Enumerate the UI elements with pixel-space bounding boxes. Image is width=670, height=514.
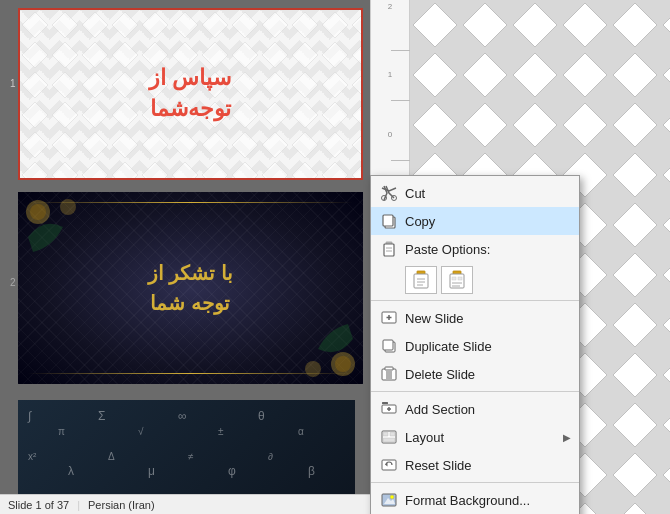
context-menu: Cut Copy Paste Options:	[370, 175, 580, 514]
ruler-tick-3	[391, 160, 410, 161]
svg-text:Δ: Δ	[108, 451, 115, 462]
menu-item-new-slide[interactable]: New Slide	[371, 304, 579, 332]
paste-options-label: Paste Options:	[405, 242, 571, 257]
duplicate-slide-icon	[379, 336, 399, 356]
menu-item-paste-options: Paste Options:	[371, 235, 579, 263]
svg-rect-42	[458, 277, 462, 280]
add-section-icon	[379, 399, 399, 419]
format-background-icon	[379, 490, 399, 510]
svg-point-67	[390, 495, 394, 499]
svg-text:φ: φ	[228, 464, 236, 478]
paste-icon-keep-formatting[interactable]	[405, 266, 437, 294]
menu-item-copy[interactable]: Copy	[371, 207, 579, 235]
slide-thumbnail-1[interactable]: سپاس از توجه‌شما	[18, 8, 363, 180]
svg-text:√: √	[138, 426, 144, 437]
svg-text:x²: x²	[28, 451, 37, 462]
svg-point-4	[60, 199, 76, 215]
svg-rect-31	[384, 244, 394, 256]
svg-text:Σ: Σ	[98, 409, 105, 423]
language-indicator: Persian (Iran)	[88, 499, 155, 511]
svg-rect-62	[390, 432, 395, 436]
svg-point-7	[305, 361, 321, 377]
slide-number-2: 2	[10, 277, 16, 288]
slide-thumbnail-3[interactable]: ∫ π Σ √ ∞ ± θ α x² λ Δ μ ≠ φ ∂ β	[18, 400, 355, 505]
cut-label: Cut	[405, 186, 571, 201]
svg-text:μ: μ	[148, 464, 155, 478]
ruler-tick	[391, 50, 410, 51]
svg-rect-51	[385, 367, 393, 370]
rose-top-left	[23, 197, 83, 257]
svg-text:β: β	[308, 464, 315, 478]
svg-point-3	[30, 204, 46, 220]
svg-text:≠: ≠	[188, 451, 194, 462]
slide1-text: سپاس از توجه‌شما	[149, 63, 231, 125]
slide2-text: با تشکر از توجه شما	[148, 258, 233, 318]
separator-3	[371, 482, 579, 483]
menu-item-delete-slide[interactable]: Delete Slide	[371, 360, 579, 388]
reset-slide-label: Reset Slide	[405, 458, 571, 473]
svg-text:∂: ∂	[268, 451, 273, 462]
paste-options-row	[371, 263, 579, 297]
layout-submenu-arrow: ▶	[563, 432, 571, 443]
svg-text:π: π	[58, 426, 65, 437]
separator-1	[371, 300, 579, 301]
menu-item-cut[interactable]: Cut	[371, 179, 579, 207]
separator-2	[371, 391, 579, 392]
copy-icon	[379, 211, 399, 231]
menu-item-add-section[interactable]: Add Section	[371, 395, 579, 423]
duplicate-slide-label: Duplicate Slide	[405, 339, 571, 354]
delete-slide-label: Delete Slide	[405, 367, 571, 382]
svg-rect-35	[414, 274, 428, 288]
reset-slide-icon	[379, 455, 399, 475]
paste-options-icon	[379, 239, 399, 259]
ruler-mark-1: 1	[371, 70, 409, 79]
svg-text:θ: θ	[258, 409, 265, 423]
svg-point-6	[335, 356, 351, 372]
copy-label: Copy	[405, 214, 571, 229]
slide-count: Slide 1 of 37	[8, 499, 69, 511]
paste-icon-use-theme[interactable]	[441, 266, 473, 294]
svg-rect-63	[383, 438, 395, 442]
main-area: 1 سپاس از توجه‌شما	[0, 0, 670, 514]
menu-item-layout[interactable]: Layout ▶	[371, 423, 579, 451]
svg-rect-29	[383, 215, 393, 226]
slide3-pattern: ∫ π Σ √ ∞ ± θ α x² λ Δ μ ≠ φ ∂ β	[18, 400, 355, 505]
svg-rect-49	[383, 340, 393, 350]
slide-panel: 1 سپاس از توجه‌شما	[0, 0, 370, 514]
layout-icon	[379, 427, 399, 447]
svg-rect-59	[382, 402, 388, 404]
svg-text:±: ±	[218, 426, 224, 437]
menu-item-duplicate-slide[interactable]: Duplicate Slide	[371, 332, 579, 360]
menu-item-format-background[interactable]: Format Background...	[371, 486, 579, 514]
layout-label: Layout	[405, 430, 563, 445]
menu-item-reset-slide[interactable]: Reset Slide	[371, 451, 579, 479]
rose-bottom-right	[298, 319, 358, 379]
svg-rect-61	[383, 432, 388, 436]
svg-text:∫: ∫	[27, 409, 32, 423]
svg-text:∞: ∞	[178, 409, 187, 423]
ruler-mark-2: 2	[371, 2, 409, 11]
delete-slide-icon	[379, 364, 399, 384]
new-slide-icon	[379, 308, 399, 328]
svg-rect-41	[452, 277, 456, 280]
ruler-mark-0: 0	[371, 130, 409, 139]
slide-thumbnail-2[interactable]: با تشکر از توجه شما	[18, 192, 363, 384]
ruler-tick-2	[391, 100, 410, 101]
format-background-label: Format Background...	[405, 493, 571, 508]
svg-text:λ: λ	[68, 464, 74, 478]
status-bar: Slide 1 of 37 | Persian (Iran)	[0, 494, 370, 514]
cut-icon	[379, 183, 399, 203]
new-slide-label: New Slide	[405, 311, 571, 326]
slide-number-1: 1	[10, 78, 16, 89]
svg-text:α: α	[298, 426, 304, 437]
add-section-label: Add Section	[405, 402, 571, 417]
